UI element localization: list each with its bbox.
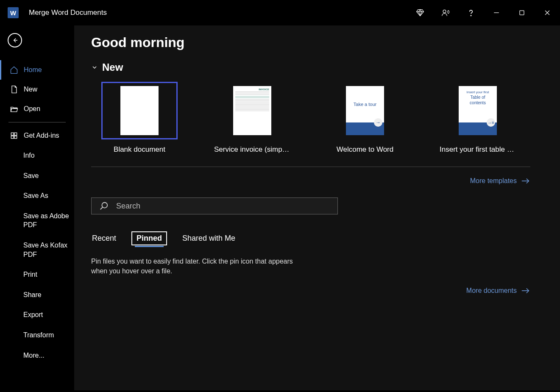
arrow-right-icon — [521, 178, 530, 184]
sidebar-more[interactable]: More... — [0, 345, 74, 366]
template-label: Insert your first table of con… — [440, 145, 516, 154]
new-doc-icon — [9, 85, 19, 94]
home-icon — [9, 66, 19, 74]
sidebar-new[interactable]: New — [0, 80, 74, 99]
sidebar-export[interactable]: Export — [0, 305, 74, 325]
template-table-of-contents[interactable]: Insert your first Table of contents →≡ I… — [440, 82, 516, 154]
greeting-heading: Good morning — [91, 35, 530, 50]
template-service-invoice[interactable]: INVOICE Service invoice (simple line… — [214, 82, 290, 154]
close-button[interactable] — [535, 0, 560, 25]
pinned-empty-message: Pin files you want to easily find later.… — [91, 256, 299, 276]
svg-point-1 — [471, 15, 471, 16]
document-title: Merge Word Documents — [29, 8, 107, 17]
toc-arrow-icon: →≡ — [487, 118, 495, 127]
sidebar-label: Get Add-ins — [24, 132, 59, 139]
sidebar-share[interactable]: Share — [0, 285, 74, 305]
sidebar-transform[interactable]: Transform — [0, 325, 74, 345]
svg-rect-9 — [11, 136, 14, 139]
svg-rect-8 — [14, 133, 17, 135]
sidebar-print[interactable]: Print — [0, 264, 74, 285]
premium-icon[interactable] — [407, 0, 433, 25]
svg-rect-7 — [11, 133, 14, 135]
tab-shared-with-me[interactable]: Shared with Me — [181, 232, 236, 245]
word-app-icon: W — [8, 7, 19, 18]
sidebar-save-as[interactable]: Save As — [0, 186, 74, 206]
sidebar-save[interactable]: Save — [0, 166, 74, 186]
sidebar-label: New — [24, 86, 37, 93]
sidebar-get-addins[interactable]: Get Add-ins — [0, 126, 74, 145]
arrow-right-icon — [521, 287, 530, 294]
sidebar-label: Home — [24, 66, 42, 74]
more-templates-link[interactable]: More templates — [91, 177, 530, 185]
sidebar-save-adobe-pdf[interactable]: Save as Adobe PDF — [0, 206, 74, 235]
chevron-down-icon — [91, 64, 98, 71]
more-documents-link[interactable]: More documents — [91, 287, 530, 295]
sidebar-save-kofax-pdf[interactable]: Save As Kofax PDF — [0, 235, 74, 264]
sidebar-label: Open — [24, 105, 40, 113]
svg-line-13 — [100, 207, 103, 210]
sidebar-home[interactable]: Home — [0, 60, 74, 80]
search-input[interactable] — [116, 202, 330, 211]
maximize-button[interactable] — [509, 0, 535, 25]
folder-open-icon — [9, 105, 19, 113]
search-box[interactable] — [91, 197, 338, 214]
addins-icon — [9, 131, 19, 140]
account-icon[interactable] — [433, 0, 458, 25]
template-label: Welcome to Word — [327, 145, 403, 154]
svg-point-0 — [443, 10, 446, 13]
template-label: Service invoice (simple line… — [214, 145, 290, 154]
tab-recent[interactable]: Recent — [91, 232, 117, 245]
back-button[interactable] — [8, 33, 22, 47]
sidebar-open[interactable]: Open — [0, 99, 74, 119]
account-area — [319, 5, 400, 20]
svg-rect-3 — [520, 11, 524, 15]
template-blank-document[interactable]: Blank document — [101, 82, 178, 154]
template-label: Blank document — [101, 145, 178, 154]
arrow-right-icon: → — [374, 118, 382, 127]
search-icon — [99, 201, 109, 211]
new-section-title: New — [102, 61, 123, 73]
tab-pinned[interactable]: Pinned — [131, 231, 167, 245]
new-section-toggle[interactable]: New — [91, 61, 530, 73]
template-welcome-to-word[interactable]: Take a tour → Welcome to Word — [327, 82, 403, 154]
svg-rect-10 — [14, 136, 17, 139]
svg-point-12 — [102, 203, 107, 208]
sidebar-info[interactable]: Info — [0, 145, 74, 166]
help-icon[interactable] — [458, 0, 484, 25]
minimize-button[interactable] — [484, 0, 509, 25]
